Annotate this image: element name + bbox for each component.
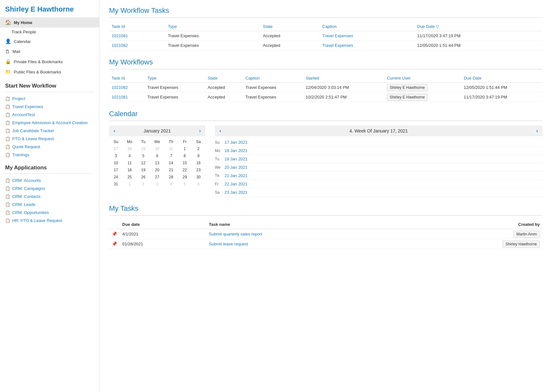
week-date-link[interactable]: 18 Jan 2021 xyxy=(225,148,248,153)
workflows-section: My Workflows Task Id Type State Caption … xyxy=(109,58,542,102)
sidebar-item-my-home[interactable]: 🏠 My Home xyxy=(0,17,99,28)
cal-day-cell[interactable]: 3 xyxy=(109,152,123,159)
caption-cell: Travel Expenses xyxy=(243,83,303,92)
task-id-cell[interactable]: 1021082 xyxy=(109,41,166,50)
week-day-abbr: Sa xyxy=(215,190,225,195)
sidebar-link-travel-expenses[interactable]: 📋 Travel Expenses xyxy=(0,103,99,111)
table-row: 1021082 Travel Expenses Accepted Travel … xyxy=(109,83,542,92)
week-row: Tu 19 Jan 2021 xyxy=(215,155,542,163)
cal-day-cell[interactable]: 15 xyxy=(178,159,192,166)
sidebar-link-project[interactable]: 📋 Project xyxy=(0,95,99,103)
week-calendar: ‹ 4. Week Of January 17, 2021 › Su 17 Ja… xyxy=(215,125,542,197)
cal-day-cell[interactable]: 28 xyxy=(164,174,178,181)
cal-day-cell[interactable]: 18 xyxy=(123,166,137,174)
week-date-link[interactable]: 22 Jan 2021 xyxy=(225,182,248,186)
cal-day-cell[interactable]: 6 xyxy=(150,152,164,159)
cal-day-cell[interactable]: 17 xyxy=(109,166,123,174)
cal-day-cell[interactable]: 2 xyxy=(191,145,205,152)
my-tasks-section: My Tasks Due date Task name Created by 📌… xyxy=(109,204,542,249)
cal-day-cell[interactable]: 29 xyxy=(136,145,150,152)
cal-day-cell[interactable]: 20 xyxy=(150,166,164,174)
week-day-abbr: Su xyxy=(215,140,225,145)
task-id-cell[interactable]: 1021081 xyxy=(109,92,145,102)
sidebar-link-label: CRM: Leads xyxy=(12,202,35,207)
sidebar-link-quote-request[interactable]: 📋 Quote Request xyxy=(0,143,99,151)
cal-day-cell[interactable]: 25 xyxy=(123,174,137,181)
cal-day-cell[interactable]: 27 xyxy=(150,174,164,181)
applications-divider xyxy=(5,174,94,174)
cal-day-cell[interactable]: 28 xyxy=(123,145,137,152)
cal-day-cell[interactable]: 31 xyxy=(109,181,123,188)
sidebar-link-crm-contacts[interactable]: 📋 CRM: Contacts xyxy=(0,192,99,200)
sidebar-link-trainings[interactable]: 📋 Trainings xyxy=(0,151,99,159)
sidebar-link-label: CRM: Campaigns xyxy=(12,186,45,191)
cal-day-cell[interactable]: 4 xyxy=(123,152,137,159)
cal-day-cell[interactable]: 3 xyxy=(150,181,164,188)
cal-day-cell[interactable]: 5 xyxy=(178,181,192,188)
cal-day-cell[interactable]: 1 xyxy=(178,145,192,152)
wt-col-due-date[interactable]: Due Date ▽ xyxy=(415,22,542,31)
sidebar-item-mail[interactable]: 🗒 Mail xyxy=(0,47,99,56)
task-id-cell[interactable]: 1021082 xyxy=(109,83,145,92)
sidebar-link-crm-leads[interactable]: 📋 CRM: Leads xyxy=(0,200,99,209)
week-date-link[interactable]: 21 Jan 2021 xyxy=(225,173,248,178)
week-cal-next[interactable]: › xyxy=(535,128,539,134)
cal-day-cell[interactable]: 22 xyxy=(178,166,192,174)
week-date-link[interactable]: 17 Jan 2021 xyxy=(225,140,248,145)
week-date-link[interactable]: 19 Jan 2021 xyxy=(225,157,248,161)
week-cal-prev[interactable]: ‹ xyxy=(218,128,222,134)
cal-day-cell[interactable]: 9 xyxy=(191,152,205,159)
caption-cell[interactable]: Travel Expenses xyxy=(320,41,415,50)
sidebar-link-crm-opportunities[interactable]: 📋 CRM: Opportunities xyxy=(0,209,99,217)
doc-icon: 📋 xyxy=(5,104,10,109)
cal-day-cell[interactable]: 8 xyxy=(178,152,192,159)
cal-day-cell[interactable]: 19 xyxy=(136,166,150,174)
cal-day-cell[interactable]: 7 xyxy=(164,152,178,159)
cal-day-cell[interactable]: 29 xyxy=(178,174,192,181)
mini-cal-prev[interactable]: ‹ xyxy=(112,128,116,134)
cal-day-cell[interactable]: 26 xyxy=(136,174,150,181)
cal-day-cell[interactable]: 2 xyxy=(136,181,150,188)
cal-day-cell[interactable]: 12 xyxy=(136,159,150,166)
mini-cal-next[interactable]: › xyxy=(198,128,202,134)
cal-day-cell[interactable]: 14 xyxy=(164,159,178,166)
cal-day-cell[interactable]: 13 xyxy=(150,159,164,166)
cal-day-cell[interactable]: 10 xyxy=(109,159,123,166)
wt-col-caption[interactable]: Caption xyxy=(320,22,415,31)
sidebar-item-private-files[interactable]: 🔒 Private Files & Bookmarks xyxy=(0,56,99,67)
sidebar-link-job-candidate[interactable]: 📋 Job Candidate Tracker xyxy=(0,127,99,135)
week-date-link[interactable]: 20 Jan 2021 xyxy=(225,165,248,170)
sidebar-item-calendar[interactable]: 👤 Calendar xyxy=(0,36,99,47)
task-name-cell[interactable]: Submit leave request xyxy=(206,239,401,249)
cal-day-header: We xyxy=(150,138,164,145)
cal-day-cell[interactable]: 21 xyxy=(164,166,178,174)
mini-cal-grid: SuMoTuWeThFrSa 2728293031123456789101112… xyxy=(109,138,205,188)
week-day-abbr: Th xyxy=(215,174,225,178)
cal-day-cell[interactable]: 4 xyxy=(164,181,178,188)
caption-cell[interactable]: Travel Expenses xyxy=(320,31,415,41)
sidebar-link-crm-campaigns[interactable]: 📋 CRM: Campaigns xyxy=(0,184,99,192)
task-id-cell[interactable]: 1021081 xyxy=(109,31,166,41)
cal-day-cell[interactable]: 30 xyxy=(191,174,205,181)
wt-col-type[interactable]: Type xyxy=(166,22,260,31)
cal-day-cell[interactable]: 16 xyxy=(191,159,205,166)
cal-day-cell[interactable]: 23 xyxy=(191,166,205,174)
cal-day-cell[interactable]: 11 xyxy=(123,159,137,166)
sidebar-link-account-test[interactable]: 📋 AccountTest xyxy=(0,111,99,119)
cal-day-cell[interactable]: 6 xyxy=(191,181,205,188)
wt-col-state[interactable]: State xyxy=(260,22,320,31)
sidebar-link-pto-leave[interactable]: 📋 PTO & Leave Request xyxy=(0,135,99,143)
sidebar-link-crm-accounts[interactable]: 📋 CRM: Accounts xyxy=(0,176,99,184)
week-date-link[interactable]: 23 Jan 2021 xyxy=(225,190,248,195)
cal-day-cell[interactable]: 31 xyxy=(164,145,178,152)
cal-day-cell[interactable]: 27 xyxy=(109,145,123,152)
cal-day-cell[interactable]: 30 xyxy=(150,145,164,152)
cal-day-cell[interactable]: 24 xyxy=(109,174,123,181)
sidebar-item-public-files[interactable]: 📁 Public Files & Bookmarks xyxy=(0,67,99,77)
sidebar-link-employee-admission[interactable]: 📋 Employee Admission & Account Creation xyxy=(0,119,99,127)
cal-day-cell[interactable]: 5 xyxy=(136,152,150,159)
sidebar-link-hr-pto[interactable]: 📋 HR: PTO & Leave Request xyxy=(0,217,99,225)
cal-day-cell[interactable]: 1 xyxy=(123,181,137,188)
task-name-cell[interactable]: Submit quarterly sales report xyxy=(206,229,401,239)
sidebar-item-track-people[interactable]: Track People xyxy=(0,28,99,36)
